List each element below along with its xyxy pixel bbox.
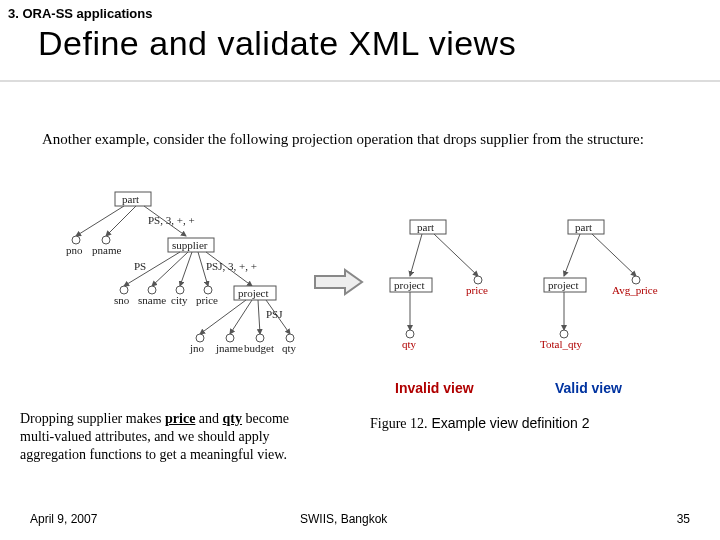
- attr-sno: sno: [114, 294, 130, 306]
- svg-line-34: [592, 234, 636, 276]
- svg-point-5: [102, 236, 110, 244]
- note-mid: and: [195, 411, 222, 426]
- svg-line-33: [564, 234, 580, 276]
- svg-line-18: [230, 300, 252, 334]
- mid-part: part: [417, 221, 434, 233]
- right-tree: part project Avg_price Total_qty: [540, 220, 658, 350]
- svg-point-31: [406, 330, 414, 338]
- svg-point-13: [148, 286, 156, 294]
- title-rule: [0, 80, 720, 82]
- right-totalqty: Total_qty: [540, 338, 583, 350]
- figure-caption: Figure 12. Example view definition 2: [370, 415, 589, 432]
- svg-point-29: [474, 276, 482, 284]
- svg-point-14: [176, 286, 184, 294]
- edge-psj2: PSJ: [266, 308, 283, 320]
- footer-date: April 9, 2007: [30, 512, 97, 526]
- note-price: price: [165, 411, 195, 426]
- intro-text: Another example, consider the following …: [42, 130, 672, 149]
- mid-project: project: [394, 279, 425, 291]
- mid-price: price: [466, 284, 488, 296]
- attr-city: city: [171, 294, 188, 306]
- svg-line-7: [124, 252, 180, 286]
- svg-point-4: [72, 236, 80, 244]
- attr-qty: qty: [282, 342, 297, 354]
- node-project: project: [238, 287, 269, 299]
- attr-jno: jno: [189, 342, 205, 354]
- svg-line-19: [258, 300, 260, 334]
- svg-line-2: [106, 206, 136, 236]
- attr-price: price: [196, 294, 218, 306]
- svg-point-23: [256, 334, 264, 342]
- attr-sname: sname: [138, 294, 166, 306]
- svg-point-21: [196, 334, 204, 342]
- svg-line-9: [180, 252, 192, 286]
- right-part: part: [575, 221, 592, 233]
- attr-jname: jname: [215, 342, 243, 354]
- transform-arrow: [315, 270, 362, 294]
- svg-point-36: [632, 276, 640, 284]
- edge-ps: PS, 3, +, +: [148, 214, 195, 226]
- edge-psj: PSJ, 3, +, +: [206, 260, 257, 272]
- svg-line-27: [434, 234, 478, 276]
- mid-qty: qty: [402, 338, 417, 350]
- svg-point-12: [120, 286, 128, 294]
- section-label: 3. ORA-SS applications: [8, 6, 152, 21]
- middle-tree: part project price qty: [390, 220, 488, 350]
- left-tree: part PS, 3, +, + pno pname supplier PS P…: [66, 192, 297, 354]
- diagram-svg: part PS, 3, +, + pno pname supplier PS P…: [40, 190, 680, 380]
- right-project: project: [548, 279, 579, 291]
- right-avgprice: Avg_price: [612, 284, 658, 296]
- svg-point-22: [226, 334, 234, 342]
- svg-line-26: [410, 234, 422, 276]
- note-text: Dropping supplier makes price and qty be…: [20, 410, 315, 465]
- svg-point-38: [560, 330, 568, 338]
- diagram-area: part PS, 3, +, + pno pname supplier PS P…: [40, 190, 680, 380]
- edge-ps2: PS: [134, 260, 146, 272]
- figure-caption-prefix: Figure 12.: [370, 416, 428, 431]
- figure-caption-text: Example view definition 2: [428, 415, 590, 431]
- caption-invalid: Invalid view: [395, 380, 474, 396]
- node-part: part: [122, 193, 139, 205]
- note-pre: Dropping supplier makes: [20, 411, 165, 426]
- footer-venue: SWIIS, Bangkok: [300, 512, 387, 526]
- note-qty: qty: [223, 411, 242, 426]
- svg-point-15: [204, 286, 212, 294]
- svg-point-24: [286, 334, 294, 342]
- attr-pname: pname: [92, 244, 121, 256]
- page-title: Define and validate XML views: [38, 24, 516, 63]
- footer-page: 35: [677, 512, 690, 526]
- svg-line-1: [76, 206, 124, 236]
- attr-budget: budget: [244, 342, 274, 354]
- attr-pno: pno: [66, 244, 83, 256]
- svg-line-8: [152, 252, 188, 286]
- node-supplier: supplier: [172, 239, 208, 251]
- caption-valid: Valid view: [555, 380, 622, 396]
